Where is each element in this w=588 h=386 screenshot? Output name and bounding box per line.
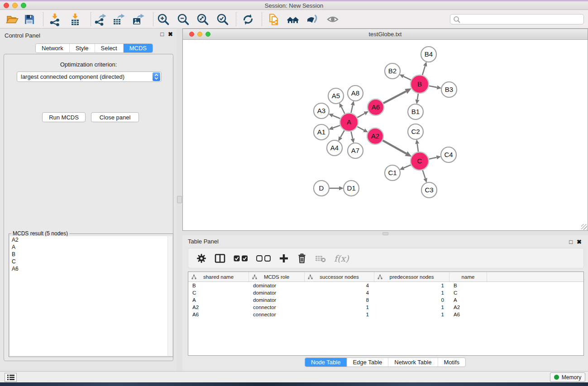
float-panel-icon[interactable]: □ [160, 31, 164, 38]
tab-network-table[interactable]: Network Table [388, 358, 437, 367]
close-window-button[interactable] [4, 3, 9, 8]
zoom-in-icon[interactable] [157, 13, 170, 26]
graph-edge-B-B3[interactable] [429, 86, 437, 87]
graph-node-A5[interactable]: A5 [328, 88, 344, 104]
export-network-icon[interactable] [93, 13, 107, 26]
tab-mcds[interactable]: MCDS [123, 44, 153, 52]
mcds-result-item[interactable]: C [10, 258, 172, 265]
optimization-criterion-select[interactable]: largest connected component (directed) [17, 71, 162, 82]
zoom-selected-icon[interactable] [216, 13, 229, 26]
open-session-icon[interactable] [5, 13, 19, 26]
graph-node-B2[interactable]: B2 [385, 63, 400, 79]
minimize-window-button[interactable] [12, 3, 18, 8]
reset-view-icon[interactable] [286, 13, 300, 26]
tab-edge-table[interactable]: Edge Table [346, 358, 388, 367]
show-all-icon[interactable] [326, 13, 339, 26]
graph-edge-C-C2[interactable] [417, 144, 418, 152]
deselect-all-icon[interactable] [256, 255, 271, 262]
tab-node-table[interactable]: Node Table [305, 358, 347, 367]
vertical-split-handle[interactable] [177, 196, 182, 203]
graph-node-A2[interactable]: A2 [367, 128, 383, 144]
zoom-view-button[interactable] [206, 32, 210, 37]
graph-edge-A-A8[interactable] [351, 105, 353, 113]
table-options-gear-icon[interactable] [196, 253, 206, 263]
graph-edge-A-A2[interactable] [358, 127, 364, 130]
zoom-out-icon[interactable] [177, 13, 190, 26]
mcds-result-item[interactable]: B [10, 251, 172, 258]
run-mcds-button[interactable]: Run MCDS [42, 112, 86, 122]
graph-node-B[interactable]: B [411, 75, 429, 93]
table-row[interactable]: Bdominator41B [188, 282, 583, 289]
import-network-icon[interactable] [48, 13, 62, 26]
graph-edge-C-C1[interactable] [404, 165, 411, 168]
graph-node-A3[interactable]: A3 [314, 103, 329, 119]
graph-node-A1[interactable]: A1 [314, 124, 329, 140]
column-header-name[interactable]: name [449, 272, 487, 281]
graph-node-A4[interactable]: A4 [327, 140, 342, 156]
export-table-icon[interactable] [112, 13, 125, 26]
graph-node-B4[interactable]: B4 [421, 47, 436, 62]
close-panel-button[interactable]: Close panel [91, 112, 139, 122]
tab-select[interactable]: Select [95, 44, 123, 52]
close-panel-icon[interactable]: ✖ [577, 238, 582, 245]
graph-node-A6[interactable]: A6 [368, 99, 384, 115]
tab-network[interactable]: Network [36, 44, 69, 52]
graph-edge-A-A3[interactable] [333, 115, 340, 119]
graph-node-A7[interactable]: A7 [348, 143, 363, 158]
zoom-fit-icon[interactable] [196, 13, 210, 26]
table-row[interactable]: A2connector11A2 [188, 304, 583, 311]
show-column-icon[interactable] [215, 253, 225, 263]
mcds-result-item[interactable]: A2 [10, 236, 172, 243]
tab-style[interactable]: Style [69, 44, 95, 52]
graph-edge-B-B4[interactable] [422, 66, 425, 75]
minimize-view-button[interactable] [197, 32, 202, 37]
graph-node-B1[interactable]: B1 [408, 104, 423, 119]
memory-status-button[interactable]: Memory [550, 372, 585, 382]
graph-edge-A-A4[interactable] [340, 130, 344, 137]
select-all-icon[interactable] [234, 255, 248, 262]
export-image-icon[interactable] [131, 13, 145, 26]
graph-edge-A-A6[interactable] [357, 114, 364, 118]
graph-node-C1[interactable]: C1 [385, 165, 400, 181]
mcds-result-item[interactable]: A6 [10, 265, 172, 272]
column-header-predecessor-nodes[interactable]: predecessor nodes [374, 272, 449, 281]
graph-node-A8[interactable]: A8 [348, 86, 363, 101]
graph-edge-C-C3[interactable] [423, 170, 425, 178]
close-view-button[interactable] [189, 32, 194, 37]
network-canvas[interactable]: B4B2BB3A8A5A6A3B1AA1C2A2A4A7C4CC1DD1C3 [183, 40, 588, 230]
column-header-shared-name[interactable]: shared name [188, 272, 249, 281]
mcds-result-item[interactable]: A [10, 243, 172, 251]
table-row[interactable]: Adominator80A [188, 296, 583, 304]
window-resize-grip[interactable] [581, 224, 587, 230]
hide-selected-icon[interactable] [306, 13, 319, 26]
refresh-layout-icon[interactable] [241, 13, 255, 26]
save-session-icon[interactable] [23, 13, 36, 26]
graph-node-A[interactable]: A [340, 113, 358, 131]
graph-edge-A-A7[interactable] [351, 131, 353, 138]
float-panel-icon[interactable]: □ [569, 238, 573, 245]
graph-node-C3[interactable]: C3 [421, 182, 437, 198]
graph-edge-B-B1[interactable] [417, 94, 418, 100]
graph-edge-B-B2[interactable] [403, 76, 411, 80]
graph-node-C2[interactable]: C2 [408, 124, 423, 139]
zoom-window-button[interactable] [21, 3, 26, 8]
graph-edge-A-A1[interactable] [333, 125, 340, 128]
table-row[interactable]: A6connector11A6 [188, 311, 583, 318]
task-history-button[interactable] [5, 373, 17, 382]
table-row[interactable]: Cdominator41C [188, 289, 583, 296]
network-window-titlebar[interactable]: testGlobe.txt [183, 29, 588, 40]
close-panel-icon[interactable]: ✖ [168, 31, 173, 38]
graph-node-C4[interactable]: C4 [441, 147, 456, 162]
function-builder-icon[interactable]: f(x) [334, 253, 349, 263]
horizontal-split-handle[interactable] [382, 232, 388, 235]
column-header-successor-nodes[interactable]: successor nodes [305, 272, 374, 281]
column-header-MCDS-role[interactable]: MCDS role [249, 272, 305, 281]
add-row-icon[interactable] [279, 253, 289, 263]
graph-node-D1[interactable]: D1 [344, 181, 359, 196]
result-scrollbar[interactable] [167, 236, 172, 356]
import-table-icon[interactable] [68, 13, 82, 26]
graph-edge-A6-B[interactable] [383, 91, 406, 103]
graph-edge-A2-C[interactable] [383, 140, 406, 153]
graph-node-C[interactable]: C [411, 152, 429, 170]
delete-table-icon[interactable] [315, 253, 326, 263]
